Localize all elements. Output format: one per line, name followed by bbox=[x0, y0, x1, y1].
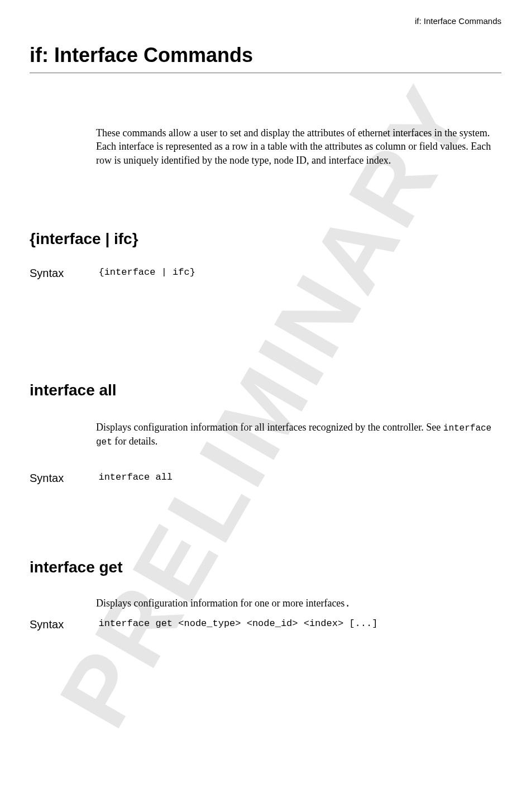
section-heading-interface-ifc: {interface | ifc} bbox=[30, 230, 138, 248]
desc-text-post: for details. bbox=[112, 436, 157, 447]
section-heading-interface-get: interface get bbox=[30, 558, 123, 576]
syntax-value: {interface | ifc} bbox=[98, 267, 195, 278]
syntax-row-interface-get: Syntax interface get <node_type> <node_i… bbox=[30, 618, 501, 631]
watermark-text: PRELIMINARY bbox=[37, 66, 494, 745]
page-title: if: Interface Commands bbox=[30, 44, 253, 67]
syntax-value: interface get <node_type> <node_id> <ind… bbox=[98, 618, 377, 629]
syntax-value: interface all bbox=[98, 472, 173, 483]
syntax-row-interface-ifc: Syntax {interface | ifc} bbox=[30, 267, 501, 280]
interface-get-description: Displays configuration information for o… bbox=[96, 596, 501, 611]
syntax-label: Syntax bbox=[30, 472, 96, 485]
running-header: if: Interface Commands bbox=[415, 16, 501, 26]
syntax-row-interface-all: Syntax interface all bbox=[30, 472, 501, 485]
syntax-label: Syntax bbox=[30, 267, 96, 280]
desc-period-code: . bbox=[345, 598, 351, 609]
interface-all-description: Displays configuration information for a… bbox=[96, 421, 501, 449]
title-divider bbox=[30, 73, 501, 73]
desc-text-pre: Displays configuration information for o… bbox=[96, 598, 345, 609]
section-heading-interface-all: interface all bbox=[30, 381, 117, 399]
intro-paragraph: These commands allow a user to set and d… bbox=[96, 126, 501, 167]
syntax-label: Syntax bbox=[30, 618, 96, 631]
desc-text-pre: Displays configuration information for a… bbox=[96, 422, 443, 433]
